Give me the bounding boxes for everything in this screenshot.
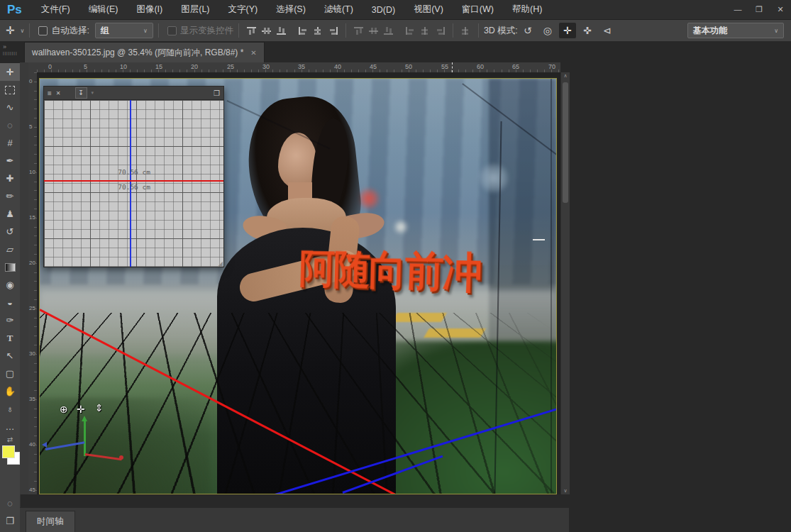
gizmo-y-arrow <box>82 416 87 421</box>
align-vcenter-icon[interactable] <box>262 27 271 35</box>
close-button[interactable]: ✕ <box>770 5 791 14</box>
more-tools-icon: … <box>6 421 15 432</box>
ruler-tick: 40 <box>29 441 35 448</box>
options-bar: ✛ ∨ 自动选择: 组 ∨ 显示变换控件 3D 模式: ↺ ◎ ✛ ✜ ⊲ 基本… <box>0 20 791 42</box>
canvas-viewport[interactable]: 阿随向前冲 ⊕ ✛ ⇕ ≡ ✕ ↧ ▾ ❐ 70.56 cm 70.56 cm <box>37 72 560 494</box>
3d-pan-icon[interactable]: ✛ <box>559 23 576 38</box>
gizmo-scale-icon[interactable]: ⇕ <box>95 402 104 414</box>
workspace-dropdown[interactable]: 基本功能 ∨ <box>687 23 784 38</box>
panel-menu-icon[interactable]: ≡ <box>48 89 52 97</box>
toolbar: ✛ ∿ ◌ # ✒ ✚ ✏ ♟ ↺ ▱ ◉ ◒ ✑ T ↖ ▢ ✋ ♁ … ⇄ … <box>0 63 21 532</box>
toolbar-collapse-icon[interactable]: »|||||||| <box>3 44 17 56</box>
distribute-spacing-icon[interactable] <box>461 27 470 35</box>
path-select-icon: ↖ <box>6 350 14 361</box>
tool-quick-select[interactable]: ◌ <box>0 116 20 134</box>
quick-mask-button[interactable]: ◌ <box>0 494 20 512</box>
ruler-tick: 10 <box>29 169 35 175</box>
auto-select-dropdown[interactable]: 组 ∨ <box>95 23 153 38</box>
menu-3d[interactable]: 3D(D) <box>363 0 404 19</box>
crop-icon: # <box>7 138 12 148</box>
tool-crop[interactable]: # <box>0 134 20 152</box>
menu-filter[interactable]: 滤镜(T) <box>315 0 363 19</box>
quick-select-icon: ◌ <box>7 120 13 131</box>
distribute-top-icon[interactable] <box>354 27 363 35</box>
document-tab[interactable]: wallhaven-350125.jpg @ 35.4% (阿随向前冲, RGB… <box>24 42 265 63</box>
document-canvas[interactable]: 阿随向前冲 ⊕ ✛ ⇕ ≡ ✕ ↧ ▾ ❐ 70.56 cm 70.56 cm <box>39 78 557 494</box>
tool-gradient[interactable] <box>0 258 20 276</box>
ps-logo: Ps <box>0 3 32 17</box>
align-hcenter-icon[interactable] <box>314 27 323 35</box>
view-caret-icon[interactable]: ▾ <box>92 90 94 96</box>
3d-zoom-icon[interactable]: ⊲ <box>599 23 616 38</box>
tool-zoom[interactable]: ♁ <box>0 400 20 418</box>
tool-brush[interactable]: ✏ <box>0 187 20 205</box>
swap-view-icon[interactable]: ❐ <box>214 89 220 97</box>
tool-pen[interactable]: ✑ <box>0 311 20 329</box>
restore-button[interactable]: ❐ <box>748 5 770 14</box>
ruler-tick: 30 <box>29 350 35 357</box>
align-right-icon[interactable] <box>328 27 338 35</box>
3d-orbit-icon[interactable]: ↺ <box>519 23 536 38</box>
tool-dodge[interactable]: ◒ <box>0 294 20 311</box>
distribute-vcenter-icon[interactable] <box>369 27 378 35</box>
ruler-tick: 35 <box>29 396 35 402</box>
auto-select-checkbox[interactable] <box>38 26 48 35</box>
tool-healing-brush[interactable]: ✚ <box>0 170 20 187</box>
menu-view[interactable]: 视图(V) <box>404 0 453 19</box>
scroll-down-icon[interactable]: ∨ <box>561 488 570 494</box>
panel-close-icon[interactable]: ✕ <box>56 90 61 96</box>
tool-blur[interactable]: ◉ <box>0 276 20 294</box>
screen-mode-button[interactable]: ❐ <box>0 512 20 530</box>
tool-history-brush[interactable]: ↺ <box>0 223 20 240</box>
tool-hand[interactable]: ✋ <box>0 382 20 400</box>
resize-handle-icon[interactable]: ◢ <box>219 260 223 267</box>
align-bottom-icon[interactable] <box>277 27 286 35</box>
gizmo-pan-icon[interactable]: ✛ <box>77 404 85 415</box>
menu-help[interactable]: 帮助(H) <box>503 0 551 19</box>
scroll-up-icon[interactable]: ∧ <box>561 73 570 79</box>
distribute-bottom-icon[interactable] <box>384 27 393 35</box>
tool-eraser[interactable]: ▱ <box>0 240 20 258</box>
bokeh-light <box>480 164 508 192</box>
menu-file[interactable]: 文件(F) <box>32 0 79 19</box>
show-transform-checkbox[interactable] <box>167 26 177 35</box>
horizontal-ruler[interactable]: 0 5 10 15 20 25 30 35 40 45 50 55 60 65 … <box>37 62 560 73</box>
color-wells <box>0 445 20 468</box>
tool-move[interactable]: ✛ <box>0 63 20 81</box>
tool-marquee[interactable] <box>0 81 20 99</box>
secondary-view-panel[interactable]: ≡ ✕ ↧ ▾ ❐ 70.56 cm 70.56 cm ◢ <box>43 86 224 267</box>
tool-eyedropper[interactable]: ✒ <box>0 152 20 170</box>
menu-edit[interactable]: 编辑(E) <box>79 0 128 19</box>
minimize-button[interactable]: — <box>727 5 748 14</box>
tool-more[interactable]: … <box>0 418 20 436</box>
timeline-tab[interactable]: 时间轴 <box>26 511 75 532</box>
gizmo-orbit-icon[interactable]: ⊕ <box>60 404 68 415</box>
3d-slide-icon[interactable]: ✜ <box>579 23 596 38</box>
tool-lasso[interactable]: ∿ <box>0 99 20 116</box>
menu-select[interactable]: 选择(S) <box>267 0 315 19</box>
tool-path-select[interactable]: ↖ <box>0 347 20 365</box>
3d-text-overlay[interactable]: 阿随向前冲 <box>299 242 557 305</box>
3d-roll-icon[interactable]: ◎ <box>539 23 556 38</box>
view-pick-icon[interactable]: ↧ <box>75 87 87 99</box>
tool-preset-caret-icon[interactable]: ∨ <box>21 28 25 34</box>
swap-colors-icon[interactable]: ⇄ <box>7 436 13 444</box>
tool-clone-stamp[interactable]: ♟ <box>0 205 20 223</box>
align-left-icon[interactable] <box>299 27 308 35</box>
menu-type[interactable]: 文字(Y) <box>219 0 267 19</box>
tab-close-icon[interactable]: ✕ <box>250 49 256 57</box>
menu-layer[interactable]: 图层(L) <box>172 0 219 19</box>
vertical-scroll-thumb[interactable] <box>563 82 568 203</box>
move-tool-icon[interactable]: ✛ <box>6 24 15 37</box>
align-top-icon[interactable] <box>247 27 256 35</box>
menu-image[interactable]: 图像(I) <box>127 0 172 19</box>
distribute-right-icon[interactable] <box>436 27 445 35</box>
distribute-hcenter-icon[interactable] <box>421 27 430 35</box>
tool-shape[interactable]: ▢ <box>0 365 20 382</box>
foreground-color-well[interactable] <box>2 445 15 458</box>
menu-window[interactable]: 窗口(W) <box>453 0 503 19</box>
tool-type[interactable]: T <box>0 329 20 347</box>
distribute-left-icon[interactable] <box>406 27 415 35</box>
blur-icon: ◉ <box>6 279 13 290</box>
vertical-scrollbar[interactable]: ∧ ∨ <box>560 72 570 494</box>
